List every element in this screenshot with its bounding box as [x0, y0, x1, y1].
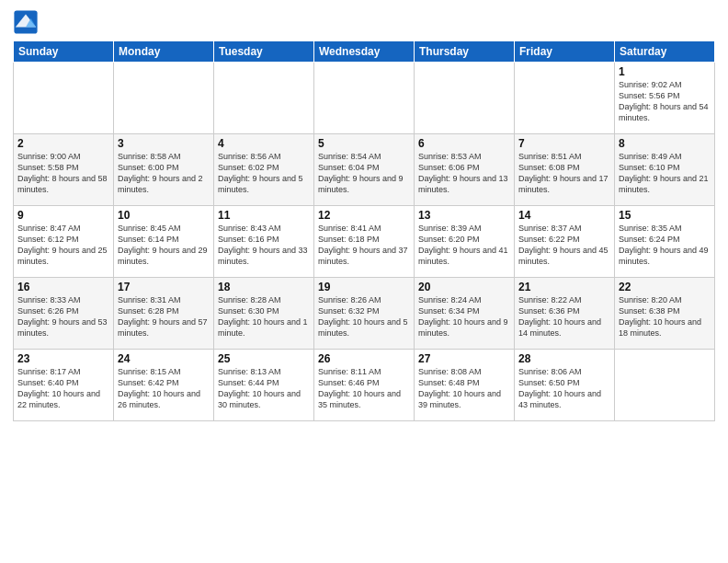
day-cell: 24Sunrise: 8:15 AM Sunset: 6:42 PM Dayli… [114, 350, 214, 421]
calendar-table: SundayMondayTuesdayWednesdayThursdayFrid… [13, 40, 715, 421]
day-info: Sunrise: 8:31 AM Sunset: 6:28 PM Dayligh… [118, 294, 210, 339]
day-number: 19 [318, 281, 410, 293]
week-row-1: 1Sunrise: 9:02 AM Sunset: 5:56 PM Daylig… [14, 63, 715, 134]
day-cell [214, 63, 314, 134]
day-number: 14 [518, 209, 610, 222]
day-cell: 26Sunrise: 8:11 AM Sunset: 6:46 PM Dayli… [314, 350, 415, 421]
day-cell: 16Sunrise: 8:33 AM Sunset: 6:26 PM Dayli… [14, 278, 114, 350]
day-info: Sunrise: 8:51 AM Sunset: 6:08 PM Dayligh… [518, 151, 610, 196]
day-cell: 12Sunrise: 8:41 AM Sunset: 6:18 PM Dayli… [314, 206, 415, 278]
day-cell: 19Sunrise: 8:26 AM Sunset: 6:32 PM Dayli… [314, 278, 415, 350]
day-number: 13 [418, 209, 510, 222]
day-number: 17 [118, 281, 210, 293]
day-cell: 27Sunrise: 8:08 AM Sunset: 6:48 PM Dayli… [415, 350, 515, 421]
day-cell: 14Sunrise: 8:37 AM Sunset: 6:22 PM Dayli… [515, 206, 615, 278]
week-row-2: 2Sunrise: 9:00 AM Sunset: 5:58 PM Daylig… [14, 134, 715, 206]
day-number: 15 [619, 209, 711, 222]
day-cell: 22Sunrise: 8:20 AM Sunset: 6:38 PM Dayli… [615, 278, 715, 350]
day-cell: 15Sunrise: 8:35 AM Sunset: 6:24 PM Dayli… [615, 206, 715, 278]
day-info: Sunrise: 8:13 AM Sunset: 6:44 PM Dayligh… [218, 366, 310, 411]
day-number: 27 [418, 352, 510, 365]
day-cell: 6Sunrise: 8:53 AM Sunset: 6:06 PM Daylig… [415, 134, 515, 206]
day-cell: 13Sunrise: 8:39 AM Sunset: 6:20 PM Dayli… [415, 206, 515, 278]
day-number: 11 [218, 209, 310, 222]
day-cell: 2Sunrise: 9:00 AM Sunset: 5:58 PM Daylig… [14, 134, 114, 206]
day-cell: 10Sunrise: 8:45 AM Sunset: 6:14 PM Dayli… [114, 206, 214, 278]
day-number: 3 [118, 137, 210, 150]
day-info: Sunrise: 9:00 AM Sunset: 5:58 PM Dayligh… [17, 151, 109, 196]
day-number: 22 [619, 281, 711, 293]
day-cell: 25Sunrise: 8:13 AM Sunset: 6:44 PM Dayli… [214, 350, 314, 421]
day-cell [415, 63, 515, 134]
day-cell: 17Sunrise: 8:31 AM Sunset: 6:28 PM Dayli… [114, 278, 214, 350]
weekday-saturday: Saturday [615, 41, 715, 63]
day-cell [14, 63, 114, 134]
day-cell: 20Sunrise: 8:24 AM Sunset: 6:34 PM Dayli… [415, 278, 515, 350]
day-info: Sunrise: 8:17 AM Sunset: 6:40 PM Dayligh… [17, 366, 109, 411]
day-cell: 8Sunrise: 8:49 AM Sunset: 6:10 PM Daylig… [615, 134, 715, 206]
day-info: Sunrise: 8:45 AM Sunset: 6:14 PM Dayligh… [118, 223, 210, 268]
weekday-friday: Friday [515, 41, 615, 63]
day-number: 26 [318, 352, 410, 365]
weekday-monday: Monday [114, 41, 214, 63]
day-info: Sunrise: 8:49 AM Sunset: 6:10 PM Dayligh… [619, 151, 711, 196]
weekday-tuesday: Tuesday [214, 41, 314, 63]
day-info: Sunrise: 9:02 AM Sunset: 5:56 PM Dayligh… [619, 79, 711, 124]
day-cell [515, 63, 615, 134]
day-info: Sunrise: 8:43 AM Sunset: 6:16 PM Dayligh… [218, 223, 310, 268]
day-info: Sunrise: 8:20 AM Sunset: 6:38 PM Dayligh… [619, 294, 711, 339]
day-info: Sunrise: 8:54 AM Sunset: 6:04 PM Dayligh… [318, 151, 410, 196]
day-number: 4 [218, 137, 310, 150]
day-cell: 1Sunrise: 9:02 AM Sunset: 5:56 PM Daylig… [615, 63, 715, 134]
day-number: 23 [17, 352, 109, 365]
day-number: 6 [418, 137, 510, 150]
day-number: 24 [118, 352, 210, 365]
day-number: 5 [318, 137, 410, 150]
day-info: Sunrise: 8:58 AM Sunset: 6:00 PM Dayligh… [118, 151, 210, 196]
day-number: 2 [17, 137, 109, 150]
day-cell [314, 63, 415, 134]
weekday-header-row: SundayMondayTuesdayWednesdayThursdayFrid… [14, 41, 715, 63]
header [13, 9, 715, 35]
day-cell: 11Sunrise: 8:43 AM Sunset: 6:16 PM Dayli… [214, 206, 314, 278]
day-info: Sunrise: 8:39 AM Sunset: 6:20 PM Dayligh… [418, 223, 510, 268]
day-cell [114, 63, 214, 134]
day-cell: 21Sunrise: 8:22 AM Sunset: 6:36 PM Dayli… [515, 278, 615, 350]
day-info: Sunrise: 8:24 AM Sunset: 6:34 PM Dayligh… [418, 294, 510, 339]
day-number: 18 [218, 281, 310, 293]
day-cell: 4Sunrise: 8:56 AM Sunset: 6:02 PM Daylig… [214, 134, 314, 206]
day-info: Sunrise: 8:11 AM Sunset: 6:46 PM Dayligh… [318, 366, 410, 411]
day-info: Sunrise: 8:35 AM Sunset: 6:24 PM Dayligh… [619, 223, 711, 268]
day-info: Sunrise: 8:37 AM Sunset: 6:22 PM Dayligh… [518, 223, 610, 268]
day-info: Sunrise: 8:33 AM Sunset: 6:26 PM Dayligh… [17, 294, 109, 339]
day-number: 12 [318, 209, 410, 222]
day-info: Sunrise: 8:56 AM Sunset: 6:02 PM Dayligh… [218, 151, 310, 196]
day-info: Sunrise: 8:47 AM Sunset: 6:12 PM Dayligh… [17, 223, 109, 268]
weekday-wednesday: Wednesday [314, 41, 415, 63]
day-info: Sunrise: 8:26 AM Sunset: 6:32 PM Dayligh… [318, 294, 410, 339]
week-row-3: 9Sunrise: 8:47 AM Sunset: 6:12 PM Daylig… [14, 206, 715, 278]
day-cell: 18Sunrise: 8:28 AM Sunset: 6:30 PM Dayli… [214, 278, 314, 350]
day-info: Sunrise: 8:22 AM Sunset: 6:36 PM Dayligh… [518, 294, 610, 339]
logo [13, 9, 42, 35]
day-info: Sunrise: 8:08 AM Sunset: 6:48 PM Dayligh… [418, 366, 510, 411]
logo-icon [13, 9, 39, 35]
day-number: 9 [17, 209, 109, 222]
page: SundayMondayTuesdayWednesdayThursdayFrid… [0, 0, 728, 563]
day-number: 20 [418, 281, 510, 293]
day-number: 25 [218, 352, 310, 365]
weekday-sunday: Sunday [14, 41, 114, 63]
day-cell: 3Sunrise: 8:58 AM Sunset: 6:00 PM Daylig… [114, 134, 214, 206]
day-cell: 5Sunrise: 8:54 AM Sunset: 6:04 PM Daylig… [314, 134, 415, 206]
day-info: Sunrise: 8:28 AM Sunset: 6:30 PM Dayligh… [218, 294, 310, 339]
day-number: 10 [118, 209, 210, 222]
day-cell: 28Sunrise: 8:06 AM Sunset: 6:50 PM Dayli… [515, 350, 615, 421]
day-number: 7 [518, 137, 610, 150]
day-cell: 7Sunrise: 8:51 AM Sunset: 6:08 PM Daylig… [515, 134, 615, 206]
day-number: 21 [518, 281, 610, 293]
day-info: Sunrise: 8:53 AM Sunset: 6:06 PM Dayligh… [418, 151, 510, 196]
weekday-thursday: Thursday [415, 41, 515, 63]
day-cell: 23Sunrise: 8:17 AM Sunset: 6:40 PM Dayli… [14, 350, 114, 421]
day-info: Sunrise: 8:41 AM Sunset: 6:18 PM Dayligh… [318, 223, 410, 268]
day-info: Sunrise: 8:15 AM Sunset: 6:42 PM Dayligh… [118, 366, 210, 411]
